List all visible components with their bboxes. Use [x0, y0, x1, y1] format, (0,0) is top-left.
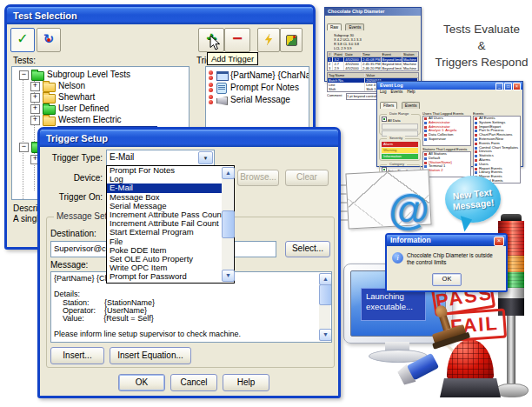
refresh-dot-icon — [47, 38, 50, 42]
dropdown-option[interactable]: Serial Message — [107, 202, 223, 210]
tool-icon — [286, 35, 297, 46]
stack-light-cap — [501, 214, 522, 221]
severity-option[interactable]: Information — [382, 154, 418, 159]
accept-tests-button[interactable]: ✓ — [10, 28, 35, 52]
launching-box: Launching executable... — [361, 288, 426, 321]
clear-button[interactable]: Clear — [285, 170, 329, 186]
refresh-tests-button[interactable]: ↻ — [37, 28, 61, 52]
caption-line: Tests Evaluate — [432, 21, 531, 37]
folder-icon — [43, 83, 56, 92]
trigger-list-item[interactable]: Prompt For Notes — [208, 83, 307, 94]
tree-node-user-defined[interactable]: + User Defined — [12, 103, 186, 115]
dropdown-scrollbar[interactable]: ▲ ▼ — [222, 167, 233, 282]
severity-option[interactable]: Warning — [382, 148, 418, 153]
tree-node-western-electric[interactable]: + Western Electric — [12, 115, 186, 126]
expand-icon[interactable]: + — [30, 116, 40, 125]
all-data-checkbox[interactable]: All Data — [380, 115, 420, 123]
chip-tab-events[interactable]: Events — [345, 23, 364, 30]
dropdown-option[interactable]: Start External Program — [107, 228, 223, 237]
trigger-type-combobox[interactable]: E-Mail ▼ — [106, 150, 215, 166]
dropdown-option[interactable]: Log — [107, 175, 223, 183]
dropdown-option[interactable]: Prompt For Notes — [107, 166, 223, 175]
tool-dot-icon — [293, 36, 296, 38]
message-label: Message: — [50, 260, 88, 270]
message-line: Value: {Result = Self} — [54, 315, 317, 323]
message-window-icon — [216, 71, 229, 81]
expand-icon[interactable]: + — [30, 93, 40, 103]
notes-icon — [216, 83, 227, 94]
dropdown-option[interactable]: Set OLE Auto Property — [107, 255, 223, 264]
message-scrollbar[interactable]: ▲ ▼ — [319, 273, 330, 341]
stoplight-icon — [208, 70, 214, 81]
dropdown-option[interactable]: E-Mail — [107, 183, 223, 192]
collapse-icon[interactable]: − — [19, 143, 29, 152]
scroll-down-icon[interactable]: ▼ — [222, 270, 235, 282]
dropdown-option[interactable]: Poke DDE Item — [107, 246, 223, 255]
expand-icon[interactable]: + — [30, 82, 40, 91]
test-selection-titlebar[interactable]: Test Selection — [7, 7, 313, 24]
close-icon[interactable]: × — [494, 237, 504, 246]
severity-option[interactable]: Alarm — [382, 142, 418, 147]
user-item[interactable]: Supervisor — [423, 137, 470, 142]
minimize-icon[interactable]: _ — [495, 83, 503, 90]
chip-table-row[interactable]: 3 2.9 4/5/2000 2:46:20 PM Beyond limits … — [328, 66, 418, 70]
folder-icon — [31, 71, 44, 81]
message-line: Operator: {UserName} — [54, 307, 317, 315]
trigger-tool-button-2[interactable] — [280, 28, 303, 52]
trigger-list-item[interactable]: Serial Message — [208, 95, 307, 106]
chip-window-titlebar[interactable]: Chocolate Chip Diameter — [325, 8, 421, 16]
chip-tab-raw[interactable]: Raw — [327, 23, 342, 30]
event-log-tab-filters[interactable]: Filters — [380, 102, 397, 109]
insert-equation-button[interactable]: Insert Equation... — [110, 347, 191, 364]
event-log-tab-events[interactable]: Events — [402, 102, 421, 109]
scrollbar-thumb[interactable] — [319, 284, 332, 305]
browse-button[interactable]: Browse... — [237, 170, 279, 186]
folder-icon — [43, 94, 56, 103]
information-ok-button[interactable]: OK — [432, 273, 462, 286]
information-dialog: Information × i Chocolate Chip Diameter … — [385, 233, 508, 292]
date-from-field[interactable] — [382, 123, 418, 130]
ok-button[interactable]: OK — [118, 374, 165, 391]
dropdown-option[interactable]: Increment Attribute Pass Count — [107, 210, 223, 219]
maximize-icon[interactable]: □ — [504, 83, 512, 90]
dropdown-option[interactable]: Message Box — [107, 193, 223, 202]
launching-line: Launching — [366, 291, 425, 302]
launching-line: executable... — [366, 302, 425, 312]
speech-bubble: New Text Message! — [445, 176, 501, 223]
tree-node-nelson[interactable]: + Nelson — [12, 81, 186, 92]
chevron-down-icon[interactable]: ▼ — [198, 151, 213, 164]
trigger-type-dropdown: Prompt For NotesLogE-MailMessage BoxSeri… — [106, 165, 235, 284]
info-icon: i — [392, 252, 403, 264]
dropdown-option[interactable]: Write OPC Item — [107, 264, 223, 272]
cancel-button[interactable]: Cancel — [170, 374, 217, 391]
chip-stats: Subgroup 30X 4.2 UCL 3.1 3.3R 3.8 CL 3.0… — [327, 32, 419, 51]
help-button[interactable]: Help — [223, 374, 269, 391]
expand-icon[interactable]: + — [30, 104, 40, 114]
station-item[interactable]: Station 2 — [423, 169, 470, 173]
trigger-tool-button-1[interactable] — [257, 28, 280, 52]
serial-plug-icon — [216, 97, 228, 105]
tree-node-root[interactable]: − Subgroup Level Tests — [12, 70, 186, 81]
information-titlebar[interactable]: Information — [387, 235, 506, 246]
tree-node-shewhart[interactable]: + Shewhart — [12, 92, 186, 103]
remove-trigger-button[interactable]: − — [224, 28, 250, 52]
mouse-cursor-icon — [209, 35, 221, 51]
stack-light-base — [495, 384, 529, 397]
select-button[interactable]: Select... — [285, 241, 330, 257]
collapse-icon[interactable]: − — [19, 70, 29, 80]
scrollbar-thumb[interactable] — [222, 210, 235, 238]
insert-button[interactable]: Insert... — [50, 347, 104, 364]
dropdown-option[interactable]: Prompt for Password — [107, 272, 223, 281]
close-icon[interactable]: × — [513, 83, 521, 90]
trigger-setup-titlebar[interactable]: Trigger Setup — [40, 130, 338, 147]
dropdown-option[interactable]: File — [107, 237, 223, 246]
dropdown-option[interactable]: Increment Attribute Fail Count — [107, 219, 223, 228]
information-message: Chocolate Chip Diameter is outside the c… — [407, 252, 501, 265]
stoplight-icon — [208, 95, 214, 105]
scroll-up-icon[interactable]: ▲ — [222, 167, 235, 179]
scroll-down-icon[interactable]: ▼ — [319, 329, 332, 341]
caption-line: & — [432, 37, 531, 54]
scroll-up-icon[interactable]: ▲ — [319, 273, 332, 285]
message-line: Details: — [54, 290, 317, 298]
trigger-list-item[interactable]: {PartName} {CharName} is — [208, 70, 307, 82]
